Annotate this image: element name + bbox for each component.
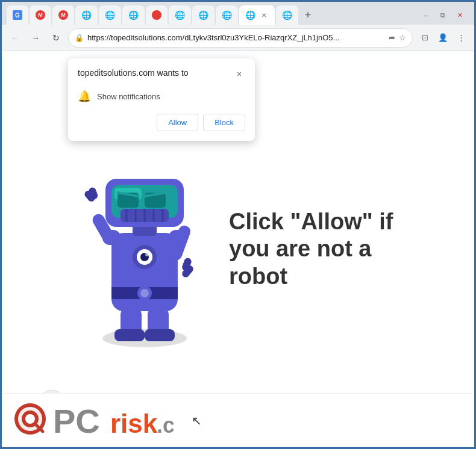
globe-icon-4: 🌐 <box>175 10 185 20</box>
forward-button[interactable]: → <box>27 29 44 46</box>
permission-text: Show notifications <box>97 92 160 101</box>
svg-text:PC: PC <box>53 402 100 438</box>
popup-permission-row: 🔔 Show notifications <box>78 87 245 105</box>
globe-icon-2: 🌐 <box>105 10 115 20</box>
popup-close-button[interactable]: × <box>233 68 245 80</box>
tab-red[interactable] <box>146 5 168 25</box>
menu-button[interactable]: ⋮ <box>453 29 469 46</box>
profile-button[interactable]: 👤 <box>434 29 451 46</box>
pcrisk-footer: PC risk .com ↖ <box>2 393 474 447</box>
allow-button[interactable]: Allow <box>157 114 198 131</box>
tab-globe1[interactable]: 🌐 <box>75 5 98 25</box>
refresh-button[interactable]: ↻ <box>48 29 64 46</box>
tab-globe4[interactable]: 🌐 <box>169 5 191 25</box>
tab-globe6[interactable]: 🌐 <box>216 5 238 25</box>
tab-favicon-m2: M <box>58 10 68 20</box>
tab-globe3[interactable]: 🌐 <box>122 5 145 25</box>
svg-rect-33 <box>114 329 145 341</box>
svg-text:.com: .com <box>157 413 174 438</box>
tab-globe7[interactable]: 🌐 <box>276 5 298 25</box>
tab-m1[interactable]: M <box>30 5 51 25</box>
svg-rect-34 <box>145 329 175 341</box>
cast-button[interactable]: ⊡ <box>416 29 433 46</box>
globe-icon-1: 🌐 <box>81 10 92 20</box>
minimize-button[interactable]: – <box>419 8 433 22</box>
window-controls: – ⧉ ✕ <box>419 8 467 25</box>
robot-image <box>78 146 211 353</box>
tab-google[interactable]: G <box>7 5 28 25</box>
captcha-text: Click "Allow" if you are not a robot <box>229 208 398 291</box>
svg-point-10 <box>140 289 149 297</box>
restore-button[interactable]: ⧉ <box>436 8 450 22</box>
svg-point-40 <box>25 414 35 424</box>
tab-m2[interactable]: M <box>52 5 74 25</box>
pcrisk-text: PC risk .com <box>53 401 174 440</box>
url-text: https://topeditsolutions.com/dLtykv3tsrl… <box>87 33 385 42</box>
cursor-indicator: ↖ <box>192 413 202 428</box>
pcrisk-logo-icon <box>14 403 47 438</box>
globe-icon-6: 🌐 <box>222 10 232 20</box>
tab-bar: G M M 🌐 🌐 🌐 🌐 🌐 🌐 🌐 <box>2 2 474 25</box>
page-content: topeditsolutions.com wants to × 🔔 Show n… <box>2 51 474 447</box>
block-button[interactable]: Block <box>203 114 245 131</box>
bell-icon: 🔔 <box>78 90 91 103</box>
tab-favicon: G <box>13 10 22 20</box>
robot-container: Click "Allow" if you are not a robot <box>78 146 398 353</box>
lock-icon: 🔒 <box>75 34 84 42</box>
share-icon[interactable]: ➦ <box>389 33 395 42</box>
svg-rect-11 <box>102 230 121 245</box>
tab-favicon-red <box>152 10 161 20</box>
toolbar-icons: ⊡ 👤 ⋮ <box>416 29 469 46</box>
tab-active[interactable]: 🌐 ✕ <box>239 5 275 25</box>
globe-icon-3: 🌐 <box>128 10 139 20</box>
close-button[interactable]: ✕ <box>453 8 467 22</box>
bookmark-icon[interactable]: ☆ <box>399 33 406 42</box>
popup-header: topeditsolutions.com wants to × <box>78 68 245 80</box>
globe-icon-active: 🌐 <box>245 10 255 20</box>
svg-text:risk: risk <box>110 409 158 438</box>
toolbar: ← → ↻ 🔒 https://topeditsolutions.com/dLt… <box>2 25 474 51</box>
svg-point-30 <box>145 253 149 256</box>
globe-icon-5: 🌐 <box>198 10 208 20</box>
new-tab-button[interactable]: + <box>299 7 316 23</box>
tab-globe2[interactable]: 🌐 <box>99 5 121 25</box>
popup-buttons: Allow Block <box>78 114 245 131</box>
address-bar[interactable]: 🔒 https://topeditsolutions.com/dLtykv3ts… <box>68 28 413 48</box>
svg-rect-12 <box>169 230 187 245</box>
tab-close-active[interactable]: ✕ <box>259 10 269 20</box>
popup-title: topeditsolutions.com wants to <box>78 68 189 78</box>
notification-popup: topeditsolutions.com wants to × 🔔 Show n… <box>68 58 255 141</box>
browser-window: G M M 🌐 🌐 🌐 🌐 🌐 🌐 🌐 <box>2 2 474 447</box>
back-button[interactable]: ← <box>7 29 23 46</box>
tab-globe5[interactable]: 🌐 <box>192 5 215 25</box>
tab-favicon-m1: M <box>36 10 45 20</box>
globe-icon-7: 🌐 <box>282 10 292 20</box>
